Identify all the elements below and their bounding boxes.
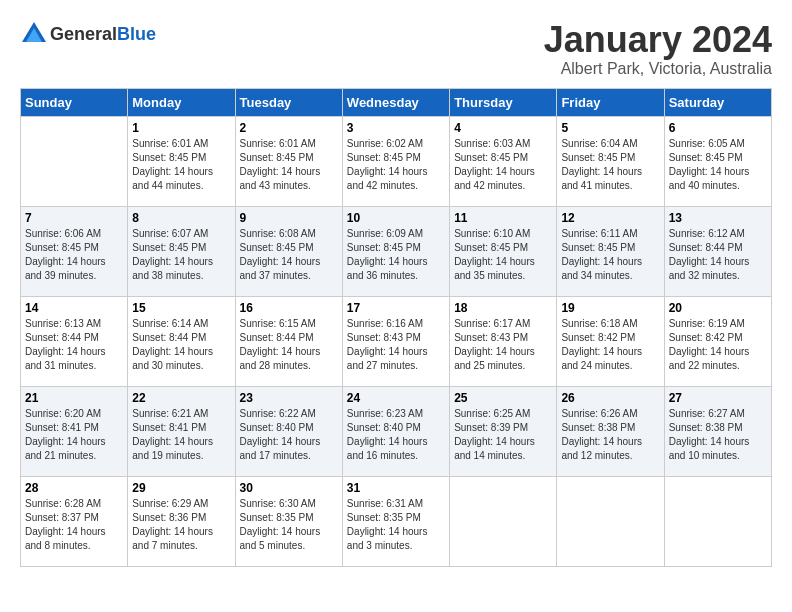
title-section: January 2024 Albert Park, Victoria, Aust…: [544, 20, 772, 78]
cell-sunrise: Sunrise: 6:28 AM: [25, 498, 101, 509]
calendar-cell: [21, 116, 128, 206]
cell-info: Sunrise: 6:18 AMSunset: 8:42 PMDaylight:…: [561, 317, 659, 373]
cell-info: Sunrise: 6:31 AMSunset: 8:35 PMDaylight:…: [347, 497, 445, 553]
cell-info: Sunrise: 6:15 AMSunset: 8:44 PMDaylight:…: [240, 317, 338, 373]
cell-date: 22: [132, 391, 230, 405]
cell-sunset: Sunset: 8:39 PM: [454, 422, 528, 433]
cell-sunrise: Sunrise: 6:09 AM: [347, 228, 423, 239]
calendar-header-row: SundayMondayTuesdayWednesdayThursdayFrid…: [21, 88, 772, 116]
cell-sunrise: Sunrise: 6:19 AM: [669, 318, 745, 329]
calendar-cell: 14Sunrise: 6:13 AMSunset: 8:44 PMDayligh…: [21, 296, 128, 386]
cell-daylight: Daylight: 14 hours and 36 minutes.: [347, 256, 428, 281]
cell-date: 31: [347, 481, 445, 495]
cell-sunrise: Sunrise: 6:07 AM: [132, 228, 208, 239]
cell-daylight: Daylight: 14 hours and 34 minutes.: [561, 256, 642, 281]
calendar-cell: 15Sunrise: 6:14 AMSunset: 8:44 PMDayligh…: [128, 296, 235, 386]
column-header-sunday: Sunday: [21, 88, 128, 116]
cell-daylight: Daylight: 14 hours and 17 minutes.: [240, 436, 321, 461]
cell-daylight: Daylight: 14 hours and 28 minutes.: [240, 346, 321, 371]
column-header-wednesday: Wednesday: [342, 88, 449, 116]
logo-general: General: [50, 24, 117, 44]
cell-date: 7: [25, 211, 123, 225]
cell-daylight: Daylight: 14 hours and 10 minutes.: [669, 436, 750, 461]
cell-info: Sunrise: 6:01 AMSunset: 8:45 PMDaylight:…: [240, 137, 338, 193]
cell-daylight: Daylight: 14 hours and 30 minutes.: [132, 346, 213, 371]
column-header-tuesday: Tuesday: [235, 88, 342, 116]
calendar-cell: 10Sunrise: 6:09 AMSunset: 8:45 PMDayligh…: [342, 206, 449, 296]
cell-sunset: Sunset: 8:43 PM: [454, 332, 528, 343]
calendar-cell: [557, 476, 664, 566]
calendar-table: SundayMondayTuesdayWednesdayThursdayFrid…: [20, 88, 772, 567]
cell-sunrise: Sunrise: 6:22 AM: [240, 408, 316, 419]
cell-daylight: Daylight: 14 hours and 19 minutes.: [132, 436, 213, 461]
calendar-cell: 12Sunrise: 6:11 AMSunset: 8:45 PMDayligh…: [557, 206, 664, 296]
cell-info: Sunrise: 6:26 AMSunset: 8:38 PMDaylight:…: [561, 407, 659, 463]
column-header-thursday: Thursday: [450, 88, 557, 116]
calendar-row-3: 14Sunrise: 6:13 AMSunset: 8:44 PMDayligh…: [21, 296, 772, 386]
calendar-cell: 31Sunrise: 6:31 AMSunset: 8:35 PMDayligh…: [342, 476, 449, 566]
cell-sunrise: Sunrise: 6:29 AM: [132, 498, 208, 509]
calendar-cell: 19Sunrise: 6:18 AMSunset: 8:42 PMDayligh…: [557, 296, 664, 386]
cell-date: 1: [132, 121, 230, 135]
cell-daylight: Daylight: 14 hours and 31 minutes.: [25, 346, 106, 371]
cell-sunset: Sunset: 8:45 PM: [347, 152, 421, 163]
cell-info: Sunrise: 6:23 AMSunset: 8:40 PMDaylight:…: [347, 407, 445, 463]
cell-sunset: Sunset: 8:43 PM: [347, 332, 421, 343]
cell-date: 30: [240, 481, 338, 495]
cell-info: Sunrise: 6:20 AMSunset: 8:41 PMDaylight:…: [25, 407, 123, 463]
cell-sunrise: Sunrise: 6:06 AM: [25, 228, 101, 239]
cell-daylight: Daylight: 14 hours and 44 minutes.: [132, 166, 213, 191]
cell-sunset: Sunset: 8:45 PM: [561, 242, 635, 253]
cell-date: 25: [454, 391, 552, 405]
cell-info: Sunrise: 6:12 AMSunset: 8:44 PMDaylight:…: [669, 227, 767, 283]
calendar-cell: [664, 476, 771, 566]
cell-info: Sunrise: 6:29 AMSunset: 8:36 PMDaylight:…: [132, 497, 230, 553]
calendar-row-2: 7Sunrise: 6:06 AMSunset: 8:45 PMDaylight…: [21, 206, 772, 296]
cell-date: 29: [132, 481, 230, 495]
cell-info: Sunrise: 6:03 AMSunset: 8:45 PMDaylight:…: [454, 137, 552, 193]
cell-sunrise: Sunrise: 6:02 AM: [347, 138, 423, 149]
cell-sunset: Sunset: 8:42 PM: [669, 332, 743, 343]
cell-sunrise: Sunrise: 6:27 AM: [669, 408, 745, 419]
location-subtitle: Albert Park, Victoria, Australia: [544, 60, 772, 78]
cell-date: 16: [240, 301, 338, 315]
cell-date: 26: [561, 391, 659, 405]
page-header: GeneralBlue January 2024 Albert Park, Vi…: [20, 20, 772, 78]
cell-info: Sunrise: 6:06 AMSunset: 8:45 PMDaylight:…: [25, 227, 123, 283]
calendar-cell: 1Sunrise: 6:01 AMSunset: 8:45 PMDaylight…: [128, 116, 235, 206]
cell-daylight: Daylight: 14 hours and 3 minutes.: [347, 526, 428, 551]
cell-daylight: Daylight: 14 hours and 42 minutes.: [454, 166, 535, 191]
cell-info: Sunrise: 6:07 AMSunset: 8:45 PMDaylight:…: [132, 227, 230, 283]
cell-sunset: Sunset: 8:38 PM: [561, 422, 635, 433]
cell-info: Sunrise: 6:22 AMSunset: 8:40 PMDaylight:…: [240, 407, 338, 463]
cell-info: Sunrise: 6:19 AMSunset: 8:42 PMDaylight:…: [669, 317, 767, 373]
calendar-cell: 6Sunrise: 6:05 AMSunset: 8:45 PMDaylight…: [664, 116, 771, 206]
cell-sunrise: Sunrise: 6:18 AM: [561, 318, 637, 329]
cell-info: Sunrise: 6:25 AMSunset: 8:39 PMDaylight:…: [454, 407, 552, 463]
calendar-cell: 20Sunrise: 6:19 AMSunset: 8:42 PMDayligh…: [664, 296, 771, 386]
cell-sunrise: Sunrise: 6:25 AM: [454, 408, 530, 419]
cell-sunset: Sunset: 8:44 PM: [25, 332, 99, 343]
cell-sunrise: Sunrise: 6:23 AM: [347, 408, 423, 419]
cell-date: 23: [240, 391, 338, 405]
calendar-cell: 3Sunrise: 6:02 AMSunset: 8:45 PMDaylight…: [342, 116, 449, 206]
cell-daylight: Daylight: 14 hours and 35 minutes.: [454, 256, 535, 281]
cell-daylight: Daylight: 14 hours and 27 minutes.: [347, 346, 428, 371]
calendar-cell: 21Sunrise: 6:20 AMSunset: 8:41 PMDayligh…: [21, 386, 128, 476]
cell-daylight: Daylight: 14 hours and 42 minutes.: [347, 166, 428, 191]
cell-daylight: Daylight: 14 hours and 40 minutes.: [669, 166, 750, 191]
cell-sunrise: Sunrise: 6:05 AM: [669, 138, 745, 149]
cell-date: 12: [561, 211, 659, 225]
cell-daylight: Daylight: 14 hours and 32 minutes.: [669, 256, 750, 281]
cell-info: Sunrise: 6:21 AMSunset: 8:41 PMDaylight:…: [132, 407, 230, 463]
calendar-cell: 2Sunrise: 6:01 AMSunset: 8:45 PMDaylight…: [235, 116, 342, 206]
cell-daylight: Daylight: 14 hours and 16 minutes.: [347, 436, 428, 461]
cell-sunset: Sunset: 8:45 PM: [561, 152, 635, 163]
cell-sunrise: Sunrise: 6:17 AM: [454, 318, 530, 329]
cell-sunrise: Sunrise: 6:01 AM: [240, 138, 316, 149]
cell-date: 27: [669, 391, 767, 405]
cell-daylight: Daylight: 14 hours and 41 minutes.: [561, 166, 642, 191]
cell-date: 28: [25, 481, 123, 495]
cell-daylight: Daylight: 14 hours and 38 minutes.: [132, 256, 213, 281]
cell-date: 3: [347, 121, 445, 135]
